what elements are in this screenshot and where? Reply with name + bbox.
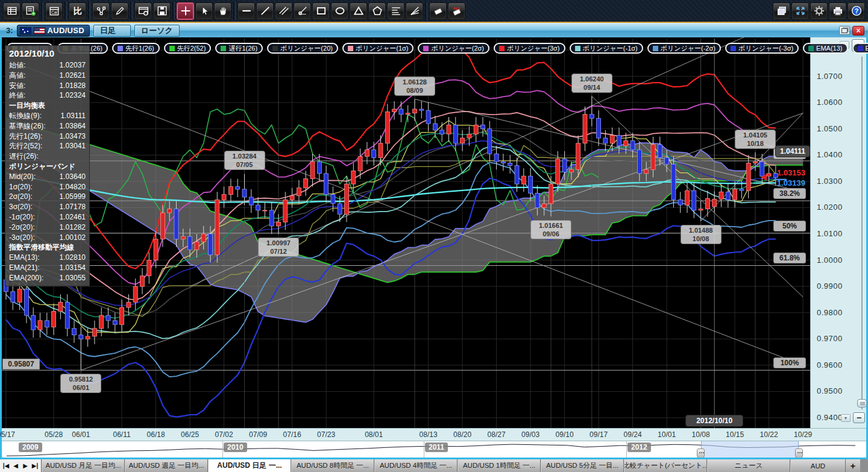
settings-gear-tool-button[interactable] <box>810 2 828 20</box>
scroll-down-button[interactable]: ▼ <box>841 414 851 422</box>
price-axis-label: 0.9500 <box>817 386 843 395</box>
panel-row: 高値:1.02621 <box>9 71 86 81</box>
parallel-lines-tool-button[interactable] <box>275 2 292 20</box>
price-axis-label: 1.0200 <box>817 203 843 212</box>
date-axis-label: 09/17 <box>585 430 612 439</box>
fibonacci-lines-tool-button[interactable] <box>387 2 404 20</box>
ellipse-tool-button[interactable] <box>331 2 348 20</box>
svg-text:比: 比 <box>73 6 81 16</box>
prev-tab-button[interactable]: ◀ <box>11 462 20 469</box>
trend-line-tool-button[interactable] <box>256 2 274 20</box>
polygon-tool-button[interactable] <box>368 2 386 20</box>
add-tab-button[interactable]: + <box>846 459 860 472</box>
rectangle-tool-button[interactable] <box>312 2 330 20</box>
legend-label: ボリンジャー(-3σ) <box>738 44 793 53</box>
help-icon: ? <box>852 7 861 16</box>
compare-tool-button[interactable]: 比 <box>69 2 86 20</box>
save-tool-button[interactable] <box>153 2 171 20</box>
chart-tab[interactable]: AUD/USD 日足 一... <box>208 459 291 472</box>
history-navigator[interactable]: 2009201020112012 <box>2 441 866 458</box>
chart-tab[interactable]: 比較チャート(パーセント... <box>624 459 707 472</box>
panel-row: EMA(13):1.02810 <box>9 253 86 263</box>
crosshair-tool-button[interactable] <box>177 2 194 20</box>
legend-item[interactable]: EMA(13) <box>803 43 848 54</box>
axis-scrollbar-track[interactable] <box>861 57 863 409</box>
legend-color-swatch <box>575 46 580 51</box>
fan-lines-tool-button[interactable] <box>406 2 423 20</box>
eraser-all-icon: ALL <box>453 6 461 15</box>
toolbar-right-group: ? <box>772 2 866 20</box>
date-axis-label: 05/28 <box>40 430 67 439</box>
last-tab-button[interactable]: ▶| <box>31 462 39 469</box>
eraser-tool-button[interactable] <box>429 2 447 20</box>
close-window-button[interactable]: × <box>852 26 864 36</box>
panel-row: 2σ(20):1.05999 <box>9 192 86 202</box>
horizontal-line-tool-button[interactable] <box>237 2 255 20</box>
svg-text:?: ? <box>854 7 858 14</box>
chart-tab[interactable]: AUD/USD 週足 一目均... <box>125 459 208 472</box>
data-list-tool-button[interactable] <box>3 2 20 20</box>
eraser-all-tool-button[interactable]: ALL <box>448 2 465 20</box>
windows-cascade-tool-button[interactable] <box>773 2 790 20</box>
calendar-tool-button[interactable]: Cal <box>45 2 63 20</box>
candlestick-chart[interactable] <box>2 37 810 428</box>
print-icon <box>834 7 841 15</box>
node-tool-tool-button[interactable] <box>92 2 110 20</box>
chart-tab[interactable]: AUD/USD 1時間足 一... <box>458 459 541 472</box>
pencil-tool-button[interactable] <box>111 2 128 20</box>
first-tab-button[interactable]: |◀ <box>2 462 10 469</box>
legend-item[interactable]: 先行1(26) <box>112 43 160 54</box>
navigator-drag-handle[interactable] <box>795 448 803 458</box>
zoom-out-button[interactable]: − <box>853 412 865 423</box>
chart-tab[interactable]: AUD/USD 8時間足 一... <box>291 459 374 472</box>
date-axis[interactable]: 05/1705/2806/0106/1106/1806/2507/0207/09… <box>2 428 866 441</box>
chart-tab[interactable]: AUD/USD 5分足 一目... <box>541 459 624 472</box>
toolbar-separator <box>425 2 427 20</box>
currency-pair-box[interactable]: AUD/USD <box>17 25 90 37</box>
chart-tab[interactable]: AUD/USD 4時間足 一... <box>374 459 458 472</box>
legend-item[interactable]: ボリンジャー(1σ) <box>342 43 414 54</box>
chart-type-selector[interactable]: ローソク <box>134 25 180 37</box>
legend-color-swatch <box>858 46 863 51</box>
legend-item[interactable]: 遅行1(26) <box>215 43 263 54</box>
hand-tool-button[interactable] <box>214 2 231 20</box>
chart-tab[interactable]: ニュース <box>707 459 790 472</box>
axis-scrollbar-handle[interactable] <box>857 399 867 407</box>
help-tool-button[interactable]: ? <box>848 2 865 20</box>
navigator-selection[interactable] <box>701 441 799 458</box>
cursor-tool-button[interactable] <box>195 2 213 20</box>
legend-item[interactable]: ボリンジャー(3σ) <box>494 43 565 54</box>
window-settings-tool-button[interactable] <box>134 2 152 20</box>
legend-item[interactable]: ボリンジャー(20) <box>267 43 338 54</box>
ohlc-data-panel: 2012/10/10始値:1.02037高値:1.02621安値:1.01828… <box>5 45 90 286</box>
legend-item[interactable]: ボリンジャー(-1σ) <box>570 43 643 54</box>
panel-row: 基準線(26):1.03864 <box>9 121 86 131</box>
legend-item[interactable]: ボリンジャー(-2σ) <box>647 43 721 54</box>
restore-window-button[interactable] <box>839 26 850 35</box>
date-axis-label: 05/17 <box>0 430 19 439</box>
price-axis-label: 1.0600 <box>817 98 843 107</box>
angle-line-tool-button[interactable] <box>294 2 311 20</box>
year-divider <box>222 441 223 458</box>
print-tool-button[interactable] <box>829 2 846 20</box>
new-chart-tool-button[interactable] <box>22 2 39 20</box>
chart-tab[interactable]: AUD/USD 月足 一目均... <box>42 459 125 472</box>
legend-item[interactable]: ボリンジャー(-3σ) <box>725 43 799 54</box>
timeframe-selector[interactable]: 日足 <box>93 25 131 37</box>
legend-item[interactable]: EMA(21) <box>852 43 868 54</box>
window-settings-icon <box>139 7 148 15</box>
chart-tab[interactable]: AUD <box>790 459 846 472</box>
legend-item[interactable]: 先行2(52) <box>164 43 212 54</box>
year-label: 2010 <box>224 442 247 452</box>
next-tab-button[interactable]: ▶ <box>21 462 30 469</box>
triangle-tool-button[interactable] <box>350 2 367 20</box>
fullscreen-tool-button[interactable] <box>791 2 809 20</box>
price-axis-label: 1.0300 <box>817 177 843 186</box>
navigator-drag-handle[interactable] <box>697 448 705 458</box>
price-axis[interactable]: 1.08001.07001.06001.05001.04001.03001.02… <box>810 37 866 428</box>
panel-row: 先行2(52):1.03041 <box>9 141 86 151</box>
legend-color-swatch <box>731 46 736 51</box>
save-icon <box>158 7 166 15</box>
legend-color-swatch <box>808 46 814 51</box>
legend-item[interactable]: ボリンジャー(2σ) <box>418 43 489 54</box>
